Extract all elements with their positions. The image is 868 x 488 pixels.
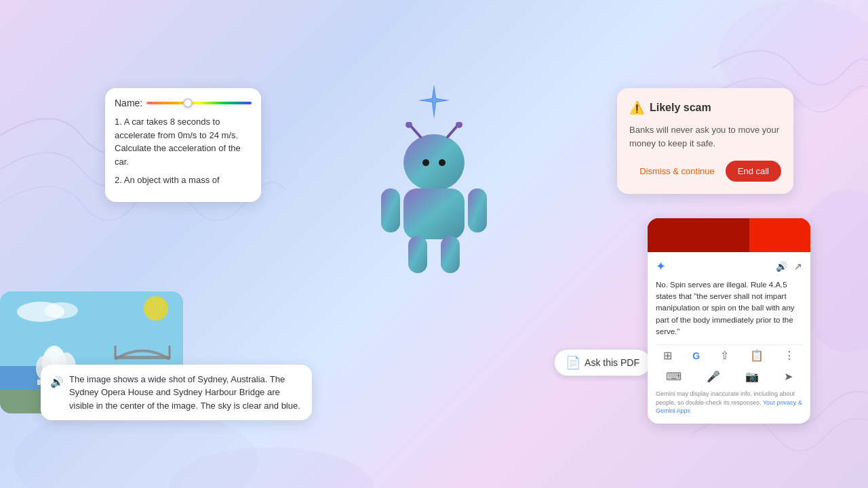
android-body-svg [366,122,502,278]
svg-rect-27 [408,236,427,273]
sydney-caption-text: The image shows a wide shot of Sydney, A… [69,373,302,413]
gemini-banner-image [648,218,810,252]
volume-icon[interactable]: 🔊 [776,261,787,272]
scam-card: ⚠️ Likely scam Banks will never ask you … [617,88,793,194]
svg-point-22 [422,159,429,166]
google-icon[interactable]: G [692,350,700,361]
sydney-card: 🔊 The image shows a wide shot of Sydney,… [0,291,326,413]
quiz-name-row: Name: [115,98,252,108]
quiz-question-1: 1. A car takes 8 seconds to accelerate f… [115,115,252,168]
camera-icon[interactable]: 📷 [745,370,759,383]
send-icon[interactable]: ➤ [784,370,793,383]
gemini-header-icons: 🔊 ↗ [776,261,802,272]
android-mascot [366,81,502,281]
svg-rect-24 [403,188,465,239]
quiz-slider[interactable] [146,102,252,104]
ask-pdf-label: Ask this PDF [585,357,639,368]
external-link-icon[interactable]: ↗ [794,261,802,272]
quiz-question-2: 2. An object with a mass of [115,174,252,187]
svg-point-16 [44,302,78,319]
speaker-icon: 🔊 [50,374,64,390]
svg-point-17 [403,134,465,191]
mic-icon[interactable]: 🎤 [707,370,720,383]
svg-rect-26 [468,188,487,232]
svg-point-14 [144,296,168,321]
gemini-chat-body: ✦ 🔊 ↗ No. Spin serves are illegal. Rule … [648,252,810,424]
more-icon[interactable]: ⋮ [784,349,795,362]
quiz-slider-thumb[interactable] [183,98,193,108]
clipboard-icon[interactable]: 📋 [750,349,764,362]
pdf-icon: 📄 [566,355,580,370]
sparkle-icon [414,81,454,122]
svg-point-1 [170,447,373,488]
gemini-input-row: ⌨ 🎤 📷 ➤ [656,366,802,387]
svg-rect-25 [381,188,400,232]
warning-icon: ⚠️ [629,100,644,115]
gemini-footer-text: Gemini may display inaccurate info, incl… [656,387,802,417]
svg-point-23 [439,159,446,166]
ask-pdf-button[interactable]: 📄 Ask this PDF [554,349,651,376]
share-icon[interactable]: ⇧ [720,349,729,362]
svg-line-18 [410,125,420,137]
gemini-toolbar: ⊞ G ⇧ 📋 ⋮ [656,344,802,366]
gemini-sparkle-icon: ✦ [656,259,666,274]
scam-description: Banks will never ask you to move your mo… [629,123,781,150]
end-call-button[interactable]: End call [726,161,781,182]
scam-actions: Dismiss & continue End call [629,161,781,182]
gemini-response-text: No. Spin serves are illegal. Rule 4.A.5 … [656,279,802,338]
dismiss-button[interactable]: Dismiss & continue [637,162,717,180]
keyboard-icon[interactable]: ⌨ [666,370,682,383]
scam-title: Likely scam [650,102,711,114]
scam-header: ⚠️ Likely scam [629,100,781,115]
copy-icon[interactable]: ⊞ [663,349,672,362]
svg-rect-28 [441,236,460,273]
gemini-red-banner [648,218,810,252]
gemini-card: ✦ 🔊 ↗ No. Spin serves are illegal. Rule … [648,218,810,424]
gemini-chat-header: ✦ 🔊 ↗ [656,259,802,274]
quiz-name-label: Name: [115,98,142,108]
svg-line-20 [448,125,458,137]
svg-rect-31 [749,218,810,252]
svg-rect-30 [648,218,756,252]
quiz-card: Name: 1. A car takes 8 seconds to accele… [105,88,261,202]
sydney-caption: 🔊 The image shows a wide shot of Sydney,… [41,365,312,421]
